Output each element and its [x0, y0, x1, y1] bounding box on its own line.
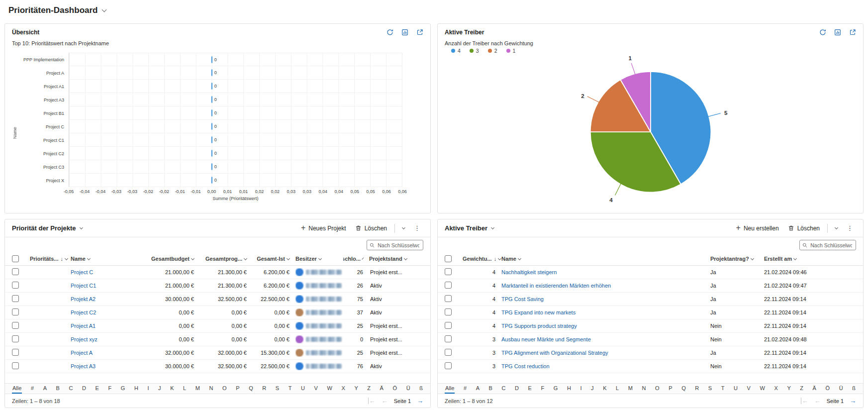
alphabet-item[interactable]: K — [602, 384, 607, 393]
page-title[interactable]: Prioritäten-Dashboard — [8, 5, 97, 15]
alphabet-item[interactable]: S — [708, 384, 712, 393]
alphabet-item[interactable]: Ö — [825, 384, 831, 393]
grid-title[interactable]: Priorität der Projekte — [12, 224, 83, 232]
project-name-link[interactable]: Project C1 — [71, 283, 96, 289]
column-header-name[interactable]: Name — [501, 256, 710, 262]
alphabet-item[interactable]: H — [567, 384, 572, 393]
row-checkbox[interactable] — [12, 335, 19, 342]
alphabet-item[interactable]: I — [579, 384, 582, 393]
project-name-link[interactable]: Projekt A2 — [71, 296, 96, 302]
row-checkbox[interactable] — [445, 282, 452, 289]
select-all-checkbox[interactable] — [445, 255, 452, 262]
alphabet-item[interactable]: A — [476, 384, 480, 393]
driver-name-link[interactable]: Nachhaltigkeit steigern — [501, 269, 557, 275]
legend-item[interactable]: 4 — [451, 48, 461, 54]
driver-name-link[interactable]: TPG Expand into new markets — [501, 309, 576, 315]
alphabet-item[interactable]: Y — [786, 384, 791, 393]
row-checkbox[interactable] — [12, 295, 19, 302]
row-checkbox[interactable] — [12, 282, 19, 289]
row-checkbox[interactable] — [12, 349, 19, 356]
alphabet-item[interactable]: D — [82, 384, 87, 393]
column-header-name[interactable]: Name — [71, 256, 148, 262]
new-project-button[interactable]: + Neues Projekt — [298, 223, 349, 234]
alphabet-item[interactable]: J — [590, 384, 594, 393]
alphabet-item[interactable]: Ä — [380, 384, 384, 393]
project-name-link[interactable]: Project A3 — [71, 363, 96, 369]
project-name-link[interactable]: Project xyz — [71, 336, 97, 342]
legend-item[interactable]: 1 — [506, 48, 516, 54]
row-checkbox[interactable] — [445, 362, 452, 369]
alphabet-item[interactable]: F — [107, 384, 112, 393]
bar-mark[interactable] — [211, 123, 212, 130]
row-checkbox[interactable] — [445, 335, 452, 342]
more-commands-button[interactable]: ⋮ — [844, 222, 856, 234]
driver-name-link[interactable]: TPG Supports product strategy — [501, 323, 577, 329]
column-header-priority[interactable]: Prioritäts...↓ — [30, 256, 71, 262]
keyword-filter-box[interactable] — [367, 240, 423, 250]
alphabet-item[interactable]: Ä — [812, 384, 817, 393]
alphabet-item[interactable]: P — [235, 384, 240, 393]
alphabet-item[interactable]: O — [655, 384, 660, 393]
alphabet-item[interactable]: E — [95, 384, 99, 393]
bar-mark[interactable] — [211, 137, 212, 143]
driver-name-link[interactable]: Marktanteil in existierenden Märkten erh… — [501, 283, 611, 289]
chevron-down-icon[interactable] — [102, 7, 107, 12]
alphabet-item[interactable]: U — [733, 384, 738, 393]
alphabet-item[interactable]: Alle — [445, 384, 455, 393]
alphabet-item[interactable]: R — [694, 384, 699, 393]
alphabet-item[interactable]: E — [528, 384, 532, 393]
bar-mark[interactable] — [211, 110, 212, 116]
column-header-weight[interactable]: Gewichtu...↓ — [463, 256, 501, 262]
column-header-owner[interactable]: Besitzer — [295, 256, 343, 262]
alphabet-item[interactable]: V — [747, 384, 751, 393]
alphabet-item[interactable]: M — [195, 384, 200, 393]
bar-mark[interactable] — [211, 56, 212, 63]
alphabet-item[interactable]: M — [628, 384, 633, 393]
column-header-budget[interactable]: Gesamtbudget — [148, 256, 200, 262]
first-page-icon[interactable]: ← — [368, 398, 376, 404]
alphabet-item[interactable]: X — [773, 384, 778, 393]
project-name-link[interactable]: Project C — [71, 269, 93, 275]
bar-mark[interactable] — [211, 70, 212, 76]
row-checkbox[interactable] — [445, 322, 452, 329]
legend-item[interactable]: 2 — [488, 48, 497, 54]
alphabet-item[interactable]: W — [326, 384, 332, 393]
column-header-created[interactable]: Erstellt am — [764, 256, 856, 262]
keyword-filter-box[interactable] — [799, 240, 856, 250]
alphabet-item[interactable]: H — [134, 384, 139, 393]
alphabet-item[interactable]: B — [56, 384, 60, 393]
alphabet-item[interactable]: A — [43, 384, 47, 393]
alphabet-item[interactable]: C — [68, 384, 73, 393]
alphabet-item[interactable]: Q — [248, 384, 254, 393]
driver-name-link[interactable]: Ausbau neuer Märkte und Segmente — [501, 336, 591, 342]
open-in-new-button[interactable] — [416, 29, 423, 36]
view-records-button[interactable] — [401, 29, 408, 36]
row-checkbox[interactable] — [445, 349, 452, 356]
toolbar-expand-button[interactable] — [832, 225, 841, 231]
column-header-progress[interactable]: Gesamtprog... — [200, 256, 253, 262]
driver-name-link[interactable]: TPG Cost Saving — [501, 296, 544, 302]
alphabet-item[interactable]: K — [170, 384, 174, 393]
alphabet-item[interactable]: C — [501, 384, 506, 393]
bar-mark[interactable] — [211, 150, 212, 157]
previous-page-icon[interactable]: ← — [814, 398, 821, 404]
alphabet-item[interactable]: L — [615, 384, 619, 393]
alphabet-item[interactable]: # — [30, 384, 34, 393]
toolbar-expand-button[interactable] — [399, 225, 408, 231]
next-page-icon[interactable]: → — [417, 398, 423, 404]
grid-title[interactable]: Aktive Treiber — [445, 224, 494, 232]
row-checkbox[interactable] — [12, 308, 19, 315]
alphabet-item[interactable]: ß — [852, 384, 856, 393]
alphabet-item[interactable]: B — [488, 384, 493, 393]
bar-mark[interactable] — [211, 177, 212, 184]
alphabet-item[interactable]: N — [209, 384, 214, 393]
alphabet-item[interactable]: R — [262, 384, 267, 393]
alphabet-item[interactable]: X — [341, 384, 345, 393]
project-name-link[interactable]: Project C2 — [71, 309, 96, 315]
alphabet-item[interactable]: O — [222, 384, 227, 393]
alphabet-item[interactable]: Y — [354, 384, 358, 393]
alphabet-item[interactable]: # — [463, 384, 467, 393]
row-checkbox[interactable] — [445, 268, 452, 275]
alphabet-item[interactable]: Z — [367, 384, 371, 393]
alphabet-item[interactable]: S — [275, 384, 280, 393]
